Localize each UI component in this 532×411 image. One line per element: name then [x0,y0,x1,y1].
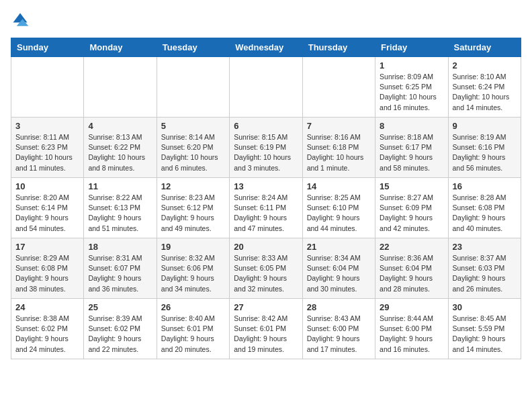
calendar-cell: 1Sunrise: 8:09 AM Sunset: 6:25 PM Daylig… [375,57,448,118]
day-info: Sunrise: 8:42 AM Sunset: 6:01 PM Dayligh… [234,314,298,355]
day-info: Sunrise: 8:13 AM Sunset: 6:22 PM Dayligh… [88,132,152,173]
calendar-cell: 30Sunrise: 8:45 AM Sunset: 5:59 PM Dayli… [448,299,521,359]
day-number: 22 [380,242,443,252]
calendar-cell: 10Sunrise: 8:20 AM Sunset: 6:14 PM Dayli… [11,178,84,238]
calendar-week-4: 17Sunrise: 8:29 AM Sunset: 6:08 PM Dayli… [11,238,521,299]
day-info: Sunrise: 8:25 AM Sunset: 6:10 PM Dayligh… [307,193,371,234]
day-number: 3 [15,121,79,131]
day-number: 17 [15,242,79,252]
day-number: 16 [453,181,517,191]
calendar-cell: 27Sunrise: 8:42 AM Sunset: 6:01 PM Dayli… [230,299,302,359]
day-number: 18 [88,242,152,252]
day-number: 8 [380,121,443,131]
day-info: Sunrise: 8:45 AM Sunset: 5:59 PM Dayligh… [453,314,517,355]
calendar-cell [11,57,84,118]
calendar-cell: 23Sunrise: 8:37 AM Sunset: 6:03 PM Dayli… [448,238,521,299]
calendar-week-2: 3Sunrise: 8:11 AM Sunset: 6:23 PM Daylig… [11,118,521,178]
day-number: 28 [307,302,371,312]
day-info: Sunrise: 8:36 AM Sunset: 6:04 PM Dayligh… [380,253,443,294]
weekday-header-sunday: Sunday [11,38,84,57]
day-info: Sunrise: 8:39 AM Sunset: 6:02 PM Dayligh… [88,314,152,355]
day-number: 24 [15,302,79,312]
day-info: Sunrise: 8:16 AM Sunset: 6:18 PM Dayligh… [307,132,371,173]
weekday-header-tuesday: Tuesday [157,38,229,57]
day-info: Sunrise: 8:09 AM Sunset: 6:25 PM Dayligh… [380,72,443,113]
weekday-header-saturday: Saturday [448,38,521,57]
day-info: Sunrise: 8:19 AM Sunset: 6:16 PM Dayligh… [453,132,517,173]
svg-marker-0 [13,13,28,23]
calendar-cell: 18Sunrise: 8:31 AM Sunset: 6:07 PM Dayli… [84,238,157,299]
logo [11,11,32,30]
day-number: 20 [234,242,298,252]
calendar-cell [230,57,302,118]
calendar-table: SundayMondayTuesdayWednesdayThursdayFrid… [11,38,521,359]
calendar-cell: 9Sunrise: 8:19 AM Sunset: 6:16 PM Daylig… [448,118,521,178]
day-number: 15 [380,181,443,191]
day-number: 1 [380,60,443,71]
day-number: 10 [15,181,79,191]
weekday-header-friday: Friday [375,38,448,57]
day-info: Sunrise: 8:33 AM Sunset: 6:05 PM Dayligh… [234,253,298,294]
calendar-cell: 20Sunrise: 8:33 AM Sunset: 6:05 PM Dayli… [230,238,302,299]
day-info: Sunrise: 8:34 AM Sunset: 6:04 PM Dayligh… [307,253,371,294]
day-number: 13 [234,181,298,191]
calendar-cell: 16Sunrise: 8:28 AM Sunset: 6:08 PM Dayli… [448,178,521,238]
day-number: 14 [307,181,371,191]
day-number: 5 [161,121,225,131]
calendar-cell: 12Sunrise: 8:23 AM Sunset: 6:12 PM Dayli… [157,178,229,238]
day-info: Sunrise: 8:29 AM Sunset: 6:08 PM Dayligh… [15,253,79,294]
day-info: Sunrise: 8:11 AM Sunset: 6:23 PM Dayligh… [15,132,79,173]
day-info: Sunrise: 8:23 AM Sunset: 6:12 PM Dayligh… [161,193,225,234]
day-info: Sunrise: 8:22 AM Sunset: 6:13 PM Dayligh… [88,193,152,234]
day-info: Sunrise: 8:38 AM Sunset: 6:02 PM Dayligh… [15,314,79,355]
calendar-week-3: 10Sunrise: 8:20 AM Sunset: 6:14 PM Dayli… [11,178,521,238]
calendar-cell: 28Sunrise: 8:43 AM Sunset: 6:00 PM Dayli… [302,299,375,359]
day-info: Sunrise: 8:44 AM Sunset: 6:00 PM Dayligh… [380,314,443,355]
calendar-cell: 19Sunrise: 8:32 AM Sunset: 6:06 PM Dayli… [157,238,229,299]
calendar-cell: 3Sunrise: 8:11 AM Sunset: 6:23 PM Daylig… [11,118,84,178]
calendar-week-5: 24Sunrise: 8:38 AM Sunset: 6:02 PM Dayli… [11,299,521,359]
calendar-cell [302,57,375,118]
day-number: 23 [453,242,517,252]
calendar-cell: 15Sunrise: 8:27 AM Sunset: 6:09 PM Dayli… [375,178,448,238]
calendar-cell: 17Sunrise: 8:29 AM Sunset: 6:08 PM Dayli… [11,238,84,299]
calendar-header-row: SundayMondayTuesdayWednesdayThursdayFrid… [11,38,521,57]
day-number: 29 [380,302,443,312]
day-info: Sunrise: 8:40 AM Sunset: 6:01 PM Dayligh… [161,314,225,355]
weekday-header-monday: Monday [84,38,157,57]
day-info: Sunrise: 8:28 AM Sunset: 6:08 PM Dayligh… [453,193,517,234]
day-info: Sunrise: 8:14 AM Sunset: 6:20 PM Dayligh… [161,132,225,173]
day-info: Sunrise: 8:15 AM Sunset: 6:19 PM Dayligh… [234,132,298,173]
day-number: 27 [234,302,298,312]
day-info: Sunrise: 8:31 AM Sunset: 6:07 PM Dayligh… [88,253,152,294]
weekday-header-thursday: Thursday [302,38,375,57]
calendar-cell: 7Sunrise: 8:16 AM Sunset: 6:18 PM Daylig… [302,118,375,178]
calendar-cell: 21Sunrise: 8:34 AM Sunset: 6:04 PM Dayli… [302,238,375,299]
day-info: Sunrise: 8:37 AM Sunset: 6:03 PM Dayligh… [453,253,517,294]
day-number: 26 [161,302,225,312]
day-number: 11 [88,181,152,191]
calendar-cell: 6Sunrise: 8:15 AM Sunset: 6:19 PM Daylig… [230,118,302,178]
day-info: Sunrise: 8:43 AM Sunset: 6:00 PM Dayligh… [307,314,371,355]
calendar-cell: 11Sunrise: 8:22 AM Sunset: 6:13 PM Dayli… [84,178,157,238]
calendar-cell: 26Sunrise: 8:40 AM Sunset: 6:01 PM Dayli… [157,299,229,359]
calendar-cell: 14Sunrise: 8:25 AM Sunset: 6:10 PM Dayli… [302,178,375,238]
calendar-cell: 8Sunrise: 8:18 AM Sunset: 6:17 PM Daylig… [375,118,448,178]
calendar-week-1: 1Sunrise: 8:09 AM Sunset: 6:25 PM Daylig… [11,57,521,118]
day-number: 6 [234,121,298,131]
day-number: 7 [307,121,371,131]
weekday-header-wednesday: Wednesday [230,38,302,57]
day-info: Sunrise: 8:32 AM Sunset: 6:06 PM Dayligh… [161,253,225,294]
day-number: 4 [88,121,152,131]
calendar-cell: 24Sunrise: 8:38 AM Sunset: 6:02 PM Dayli… [11,299,84,359]
calendar-cell: 2Sunrise: 8:10 AM Sunset: 6:24 PM Daylig… [448,57,521,118]
page-header [11,11,521,30]
day-info: Sunrise: 8:24 AM Sunset: 6:11 PM Dayligh… [234,193,298,234]
calendar-cell: 25Sunrise: 8:39 AM Sunset: 6:02 PM Dayli… [84,299,157,359]
calendar-cell: 4Sunrise: 8:13 AM Sunset: 6:22 PM Daylig… [84,118,157,178]
day-info: Sunrise: 8:27 AM Sunset: 6:09 PM Dayligh… [380,193,443,234]
calendar-cell [84,57,157,118]
logo-icon [11,11,30,30]
day-number: 30 [453,302,517,312]
day-number: 2 [453,60,517,71]
